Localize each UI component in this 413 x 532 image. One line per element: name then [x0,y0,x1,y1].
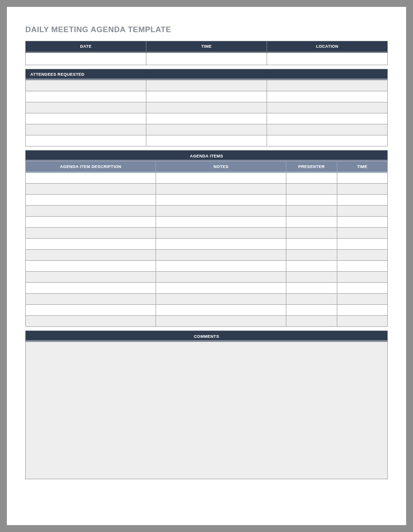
page-title: DAILY MEETING AGENDA TEMPLATE [25,25,388,34]
attendee-cell[interactable] [26,135,146,146]
agenda-cell[interactable] [156,173,286,184]
agenda-cell[interactable] [286,228,337,239]
agenda-cell[interactable] [286,305,337,316]
agenda-cell[interactable] [26,316,156,327]
attendee-cell[interactable] [26,124,146,135]
meta-header-date: DATE [26,41,146,52]
attendees-row [26,80,388,91]
agenda-col-presenter: PRESENTER [286,162,337,173]
agenda-col-time: TIME [337,162,387,173]
agenda-cell[interactable] [337,272,387,283]
attendees-row [26,102,388,113]
agenda-cell[interactable] [286,173,337,184]
agenda-cell[interactable] [286,316,337,327]
agenda-cell[interactable] [156,261,286,272]
agenda-row [26,261,388,272]
agenda-cell[interactable] [286,206,337,217]
attendees-row [26,91,388,102]
agenda-cell[interactable] [337,184,387,195]
attendee-cell[interactable] [267,113,388,124]
agenda-col-notes: NOTES [156,162,286,173]
attendee-cell[interactable] [146,102,267,113]
agenda-cell[interactable] [337,195,387,206]
attendee-cell[interactable] [267,102,388,113]
meta-header-row: DATE TIME LOCATION [26,41,388,52]
agenda-cell[interactable] [156,272,286,283]
agenda-cell[interactable] [26,294,156,305]
attendee-cell[interactable] [267,80,388,91]
agenda-cell[interactable] [286,239,337,250]
attendee-cell[interactable] [26,80,146,91]
agenda-cell[interactable] [26,261,156,272]
agenda-row [26,272,388,283]
agenda-cell[interactable] [156,228,286,239]
agenda-cell[interactable] [26,272,156,283]
agenda-row [26,239,388,250]
agenda-cell[interactable] [337,283,387,294]
agenda-cell[interactable] [156,250,286,261]
agenda-cell[interactable] [337,261,387,272]
agenda-cell[interactable] [26,250,156,261]
agenda-cell[interactable] [156,316,286,327]
agenda-cell[interactable] [26,305,156,316]
agenda-row [26,217,388,228]
agenda-cell[interactable] [286,217,337,228]
agenda-cell[interactable] [26,239,156,250]
agenda-section-header: AGENDA ITEMS [25,150,388,161]
agenda-cell[interactable] [337,250,387,261]
agenda-cell[interactable] [337,316,387,327]
agenda-cell[interactable] [286,184,337,195]
location-input[interactable] [267,52,388,65]
agenda-cell[interactable] [156,206,286,217]
comments-header: COMMENTS [25,330,388,342]
agenda-cell[interactable] [156,283,286,294]
agenda-cell[interactable] [337,239,387,250]
agenda-cell[interactable] [26,184,156,195]
attendee-cell[interactable] [146,124,267,135]
agenda-cell[interactable] [337,305,387,316]
attendees-row [26,113,388,124]
agenda-cell[interactable] [26,217,156,228]
attendee-cell[interactable] [146,113,267,124]
agenda-row [26,305,388,316]
agenda-cell[interactable] [156,305,286,316]
attendee-cell[interactable] [146,135,267,146]
agenda-cell[interactable] [337,294,387,305]
attendee-cell[interactable] [146,91,267,102]
agenda-cell[interactable] [286,195,337,206]
agenda-cell[interactable] [26,228,156,239]
agenda-cell[interactable] [337,228,387,239]
agenda-cell[interactable] [26,206,156,217]
attendee-cell[interactable] [267,91,388,102]
agenda-cell[interactable] [286,261,337,272]
attendee-cell[interactable] [267,135,388,146]
attendee-cell[interactable] [146,80,267,91]
agenda-cell[interactable] [156,195,286,206]
agenda-cell[interactable] [26,173,156,184]
agenda-cell[interactable] [337,217,387,228]
agenda-row [26,184,388,195]
agenda-cell[interactable] [337,173,387,184]
agenda-cell[interactable] [156,294,286,305]
attendees-header: ATTENDEES REQUESTED [25,69,388,80]
attendees-table [25,80,388,146]
attendee-cell[interactable] [26,91,146,102]
agenda-cell[interactable] [337,206,387,217]
agenda-cell[interactable] [26,283,156,294]
attendee-cell[interactable] [26,102,146,113]
agenda-cell[interactable] [286,283,337,294]
agenda-cell[interactable] [156,239,286,250]
agenda-cell[interactable] [286,272,337,283]
attendee-cell[interactable] [267,124,388,135]
agenda-cell[interactable] [156,184,286,195]
agenda-table: AGENDA ITEM DESCRIPTION NOTES PRESENTER … [25,161,388,327]
document-page: DAILY MEETING AGENDA TEMPLATE DATE TIME … [7,7,406,525]
agenda-cell[interactable] [156,217,286,228]
attendee-cell[interactable] [26,113,146,124]
agenda-cell[interactable] [26,195,156,206]
agenda-cell[interactable] [286,250,337,261]
comments-input[interactable] [25,342,388,479]
time-input[interactable] [146,52,267,65]
agenda-cell[interactable] [286,294,337,305]
date-input[interactable] [26,52,146,65]
